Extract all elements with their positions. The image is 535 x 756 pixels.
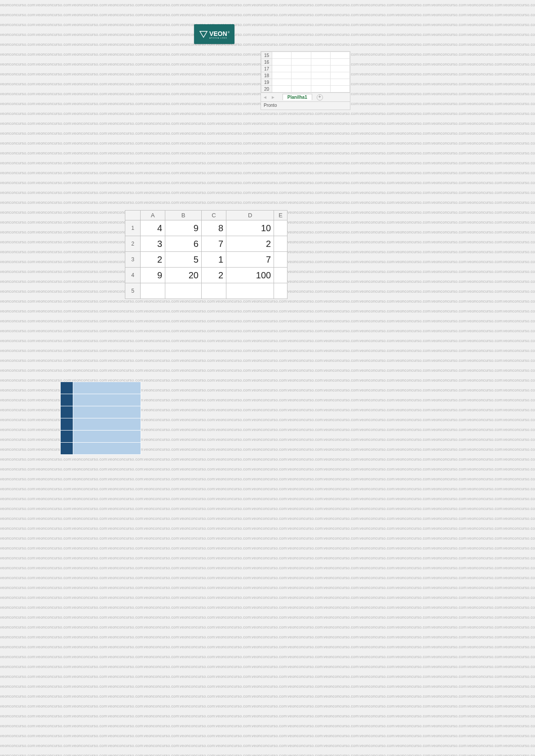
column-header[interactable]: A: [141, 211, 165, 220]
style-body-cell: [73, 431, 141, 443]
style-body-cell: [73, 418, 141, 431]
style-header-cell: [61, 394, 73, 406]
cell[interactable]: [330, 79, 349, 86]
cell[interactable]: [330, 52, 349, 59]
cell[interactable]: [311, 59, 330, 66]
status-text: Pronto: [264, 103, 277, 108]
cell[interactable]: [226, 283, 274, 299]
style-body-cell: [73, 443, 141, 455]
cell[interactable]: [272, 79, 292, 86]
cell[interactable]: 20: [165, 268, 202, 283]
plus-icon: +: [318, 94, 321, 99]
cell[interactable]: [272, 66, 292, 72]
cell[interactable]: 100: [226, 268, 274, 283]
cell[interactable]: [272, 86, 292, 92]
cell[interactable]: [330, 72, 349, 79]
cell[interactable]: [292, 79, 311, 86]
style-sample-table: [60, 382, 141, 455]
cell[interactable]: [311, 72, 330, 79]
cell[interactable]: 7: [201, 236, 226, 252]
style-header-cell: [61, 443, 73, 455]
style-header-cell: [61, 431, 73, 443]
cell[interactable]: [274, 220, 287, 236]
column-header[interactable]: D: [226, 211, 274, 220]
cell[interactable]: [292, 72, 311, 79]
cell[interactable]: [274, 283, 287, 299]
spreadsheet-fragment: ABCDE 1498102367232517492021005: [125, 210, 287, 299]
cell[interactable]: [165, 283, 202, 299]
cell[interactable]: [272, 59, 292, 66]
style-body-cell: [73, 382, 141, 394]
cell[interactable]: [330, 66, 349, 72]
cell[interactable]: 1: [201, 252, 226, 268]
row-header[interactable]: 2: [125, 236, 141, 252]
row-header[interactable]: 16: [261, 59, 272, 66]
cell[interactable]: [141, 283, 165, 299]
cell[interactable]: [274, 252, 287, 268]
logo-subtitle: APROVA LOGO: [209, 37, 229, 39]
cell[interactable]: 9: [141, 268, 165, 283]
style-header-cell: [61, 406, 73, 418]
style-body-cell: [73, 394, 141, 406]
logo-registered: ®: [228, 31, 230, 34]
veon-logo: VEON® APROVA LOGO: [194, 24, 234, 44]
add-sheet-button[interactable]: +: [317, 94, 323, 101]
cell[interactable]: 5: [165, 252, 202, 268]
style-header-cell: [61, 418, 73, 431]
row-header[interactable]: 5: [125, 283, 141, 299]
worksheet-tabs-panel: 151617181920 ◄ ► Planilha1 + Pronto: [261, 51, 350, 110]
select-all-corner[interactable]: [125, 211, 141, 220]
style-header-cell: [61, 382, 73, 394]
tab-nav-next-icon[interactable]: ►: [269, 95, 277, 100]
row-header[interactable]: 18: [261, 72, 272, 79]
cell[interactable]: 6: [165, 236, 202, 252]
cell[interactable]: [330, 59, 349, 66]
cell[interactable]: 2: [226, 236, 274, 252]
row-header[interactable]: 3: [125, 252, 141, 268]
logo-triangle-icon: [199, 30, 208, 38]
cell[interactable]: [311, 52, 330, 59]
row-header[interactable]: 19: [261, 79, 272, 86]
column-header[interactable]: E: [274, 211, 287, 220]
cell[interactable]: 7: [226, 252, 274, 268]
status-bar: Pronto: [261, 101, 350, 110]
row-header[interactable]: 4: [125, 268, 141, 283]
cell[interactable]: [274, 236, 287, 252]
row-header[interactable]: 15: [261, 52, 272, 59]
sheet-tab-active[interactable]: Planilha1: [283, 94, 312, 100]
cell[interactable]: [311, 86, 330, 92]
cell[interactable]: [272, 52, 292, 59]
cell[interactable]: [272, 72, 292, 79]
cell[interactable]: 9: [165, 220, 202, 236]
cell[interactable]: [292, 59, 311, 66]
cell[interactable]: [274, 268, 287, 283]
sheet-tab-bar: ◄ ► Planilha1 +: [261, 92, 350, 101]
cell[interactable]: [330, 86, 349, 92]
cell[interactable]: [292, 66, 311, 72]
row-header[interactable]: 20: [261, 86, 272, 92]
row-header[interactable]: 1: [125, 220, 141, 236]
logo-text: VEON: [209, 30, 227, 37]
cell[interactable]: 8: [201, 220, 226, 236]
row-header[interactable]: 17: [261, 66, 272, 72]
cell[interactable]: 2: [201, 268, 226, 283]
tab-nav-prev-icon[interactable]: ◄: [261, 95, 269, 100]
cell[interactable]: [292, 52, 311, 59]
cell[interactable]: [201, 283, 226, 299]
mini-grid: 151617181920: [261, 52, 350, 92]
column-header[interactable]: C: [201, 211, 226, 220]
cell[interactable]: 4: [141, 220, 165, 236]
cell[interactable]: [311, 66, 330, 72]
style-body-cell: [73, 406, 141, 418]
column-header[interactable]: B: [165, 211, 202, 220]
cell[interactable]: 3: [141, 236, 165, 252]
watermark-background: veonconcurso.com.brveonconcurso.com.brve…: [0, 0, 535, 756]
cell[interactable]: 2: [141, 252, 165, 268]
cell[interactable]: [311, 79, 330, 86]
cell[interactable]: 10: [226, 220, 274, 236]
cell[interactable]: [292, 86, 311, 92]
